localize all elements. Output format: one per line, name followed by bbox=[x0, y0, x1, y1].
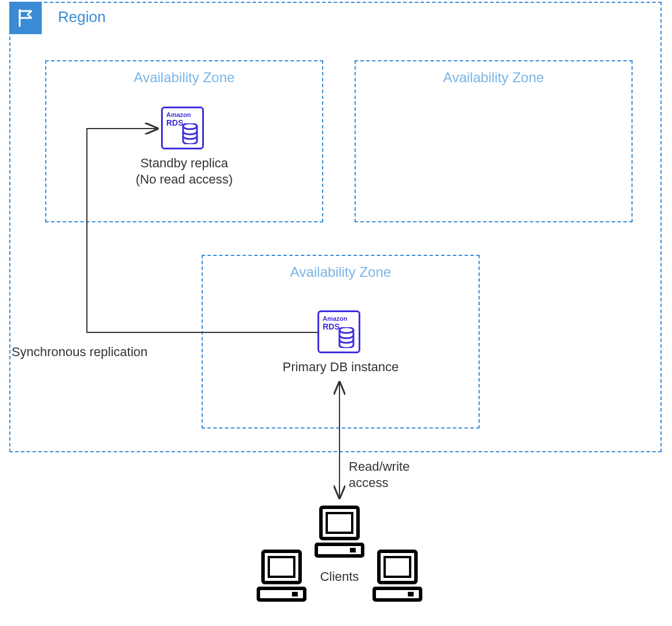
diagram-canvas: Region Availability Zone Availability Zo… bbox=[0, 0, 672, 626]
client-computer-icon bbox=[371, 548, 424, 606]
client-access-label: Read/write access bbox=[349, 459, 430, 490]
clients-label: Clients bbox=[313, 569, 366, 585]
client-computer-icon bbox=[313, 504, 366, 562]
svg-rect-4 bbox=[327, 513, 352, 533]
svg-rect-14 bbox=[408, 592, 414, 596]
svg-rect-10 bbox=[292, 592, 298, 596]
svg-rect-6 bbox=[350, 548, 356, 552]
client-computer-icon bbox=[255, 548, 308, 606]
svg-rect-12 bbox=[385, 557, 410, 577]
svg-rect-8 bbox=[269, 557, 294, 577]
